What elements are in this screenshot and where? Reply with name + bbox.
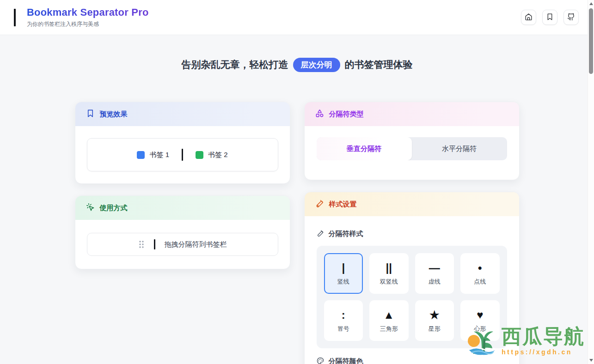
brush-icon	[317, 230, 324, 238]
page-title: Bookmark Separator Pro	[27, 6, 149, 18]
github-icon	[567, 13, 575, 22]
github-button[interactable]	[563, 10, 579, 25]
separator-type-tabs: 垂直分隔符 水平分隔符	[317, 137, 507, 160]
shapes-icon	[315, 109, 324, 119]
style-glyph: —	[429, 261, 440, 274]
separator-style-section-label: 分隔符样式	[317, 229, 507, 238]
main-content: 预览效果 书签 1 书签 2	[75, 102, 520, 364]
type-card-header: 分隔符类型	[305, 102, 519, 126]
style-glyph: ▲	[383, 309, 394, 322]
tab-horizontal-separator[interactable]: 水平分隔符	[412, 137, 507, 160]
style-label: 点线	[474, 278, 486, 286]
separator-style-grid: | 竖线 || 双竖线 — 虚线 • 点线	[317, 246, 507, 348]
bookmark2-label: 书签 2	[208, 151, 228, 159]
style-glyph: ||	[386, 261, 392, 274]
header-nav	[521, 10, 579, 25]
style-option-star[interactable]: ★ 星形	[415, 300, 454, 341]
usage-card-header: 使用方式	[75, 196, 290, 220]
preview-card: 预览效果 书签 1 书签 2	[75, 102, 290, 184]
preview-bookmark-2: 书签 2	[196, 151, 228, 159]
separator-type-card: 分隔符类型 垂直分隔符 水平分隔符	[304, 102, 520, 180]
style-option-colon[interactable]: : 冒号	[324, 300, 363, 341]
style-glyph: |	[342, 261, 345, 274]
hero-text-before: 告别杂乱无章，轻松打造	[182, 58, 288, 71]
bookmark-icon	[546, 13, 554, 22]
style-glyph: :	[342, 309, 345, 322]
scrollbar-down-arrow[interactable]	[588, 358, 594, 363]
grip-vertical-icon	[138, 240, 145, 249]
cursor-click-icon	[86, 203, 95, 213]
style-option-triangle[interactable]: ▲ 三角形	[369, 300, 409, 341]
hero-text-after: 的书签管理体验	[345, 58, 413, 71]
style-option-heart[interactable]: ♥ 心形	[460, 300, 500, 341]
style-option-dot[interactable]: • 点线	[460, 253, 500, 294]
style-option-double-line[interactable]: || 双竖线	[369, 253, 409, 294]
bookmark1-label: 书签 1	[149, 151, 169, 159]
home-icon	[525, 13, 533, 22]
style-label: 竖线	[337, 278, 349, 286]
page-scrollbar[interactable]	[588, 0, 594, 364]
bookmark2-favicon	[196, 151, 203, 159]
style-card-title: 样式设置	[329, 200, 357, 209]
style-label: 心形	[474, 325, 486, 333]
palette-icon	[317, 357, 324, 364]
preview-card-title: 预览效果	[100, 110, 128, 119]
tab-vertical-separator[interactable]: 垂直分隔符	[317, 137, 412, 160]
usage-card-title: 使用方式	[100, 204, 128, 212]
separator-bar	[182, 149, 183, 161]
top-bar: Bookmark Separator Pro 为你的书签栏注入秩序与美感	[0, 0, 594, 35]
hero-tagline: 告别杂乱无章，轻松打造 层次分明 的书签管理体验	[0, 53, 594, 77]
bookmark-button[interactable]	[542, 10, 557, 25]
hero-badge: 层次分明	[293, 58, 340, 72]
paintbrush-icon	[315, 199, 324, 209]
style-settings-card: 样式设置 分隔符样式 | 竖线 || 双竖线	[304, 192, 520, 364]
preview-card-header: 预览效果	[75, 102, 290, 126]
style-glyph: ♥	[477, 309, 483, 322]
page-subtitle: 为你的书签栏注入秩序与美感	[27, 20, 149, 28]
style-card-header: 样式设置	[305, 192, 519, 216]
style-glyph: ★	[429, 309, 440, 322]
draggable-separator[interactable]: 拖拽分隔符到书签栏	[87, 233, 278, 256]
style-option-vertical-line[interactable]: | 竖线	[324, 253, 363, 294]
preview-bookmark-1: 书签 1	[137, 151, 169, 159]
separator-bar	[154, 239, 155, 249]
style-glyph: •	[478, 261, 482, 274]
bookmark-bar-preview: 书签 1 书签 2	[87, 138, 278, 171]
separator-color-section-label: 分隔符颜色	[317, 357, 507, 364]
style-label: 虚线	[429, 278, 441, 286]
style-label: 冒号	[337, 325, 349, 333]
style-label: 三角形	[380, 325, 398, 333]
app-logo	[14, 9, 16, 26]
bookmark-icon	[86, 109, 95, 119]
type-card-title: 分隔符类型	[329, 110, 364, 119]
usage-card: 使用方式 拖拽分隔符到书签栏	[75, 195, 290, 269]
drag-hint-text: 拖拽分隔符到书签栏	[165, 240, 227, 249]
home-button[interactable]	[521, 10, 536, 25]
bookmark1-favicon	[137, 151, 145, 159]
style-option-dash[interactable]: — 虚线	[415, 253, 454, 294]
style-label: 双竖线	[380, 278, 398, 286]
scrollbar-up-arrow[interactable]	[588, 1, 594, 6]
style-label: 星形	[429, 325, 441, 333]
scrollbar-thumb[interactable]	[589, 8, 593, 74]
